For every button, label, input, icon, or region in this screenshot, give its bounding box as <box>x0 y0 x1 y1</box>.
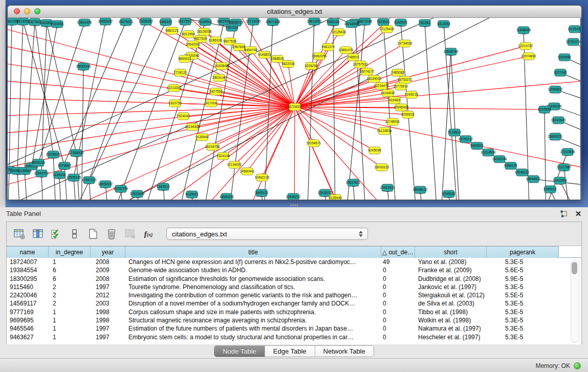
graph-node[interactable]: 10055287 <box>139 18 154 25</box>
function-builder-icon[interactable]: f(x) <box>141 226 156 242</box>
graph-node[interactable]: 8313054 <box>437 20 450 28</box>
table-scrollbar-thumb[interactable] <box>572 262 577 274</box>
graph-node[interactable]: 6466161 <box>159 18 172 26</box>
table-row[interactable]: 946362711997Embryonic stem cells: a mode… <box>7 333 581 341</box>
graph-node[interactable]: 15775910 <box>394 83 408 90</box>
graph-node[interactable]: 8813054 <box>16 18 30 25</box>
graph-node[interactable]: 2718120 <box>173 69 187 76</box>
graph-node[interactable]: 10543392 <box>186 41 201 48</box>
graph-node[interactable]: 10314504 <box>481 149 496 156</box>
graph-node[interactable]: 16074277 <box>360 68 375 75</box>
graph-node[interactable]: 11548908 <box>516 27 531 34</box>
graph-node[interactable]: 9245215 <box>405 91 418 98</box>
graph-node[interactable]: 10653287 <box>98 18 113 25</box>
graph-node[interactable]: 8912954 <box>182 31 195 38</box>
graph-node[interactable]: 15373021 <box>178 18 193 25</box>
graph-node[interactable]: 9245032 <box>442 190 455 198</box>
graph-node[interactable]: 16962056 <box>312 53 327 60</box>
graph-node[interactable]: 9245090 <box>368 147 381 154</box>
graph-node[interactable]: 10719155 <box>246 18 261 25</box>
graph-node[interactable]: 417008 <box>206 100 217 107</box>
column-header-short[interactable]: short <box>415 246 487 258</box>
graph-node[interactable]: 16648784 <box>444 48 459 55</box>
graph-node[interactable]: 12403404 <box>553 177 568 184</box>
graph-node[interactable]: 9135021 <box>185 191 199 198</box>
graph-node[interactable]: 15276021 <box>119 18 134 26</box>
graph-node[interactable]: 12942757 <box>34 170 49 177</box>
graph-node[interactable]: 18164910 <box>367 75 382 82</box>
graph-node[interactable]: 16673188 <box>358 18 373 25</box>
window-titlebar[interactable]: citations_edges.txt <box>8 6 581 18</box>
graph-node[interactable]: 12093832 <box>548 86 563 93</box>
graph-node[interactable]: 12748091 <box>385 118 400 125</box>
graph-node[interactable]: 20206576 <box>46 151 61 158</box>
column-header-pagerank[interactable]: pagerank <box>487 246 559 258</box>
graph-node[interactable]: 17957223 <box>82 177 97 184</box>
graph-node[interactable]: 16537821 <box>346 179 361 186</box>
graph-node[interactable]: 9961379 <box>321 43 335 51</box>
table-row[interactable]: 1872400712008Changes of HCN gene express… <box>7 258 581 266</box>
graph-node[interactable]: 19734093 <box>398 40 412 47</box>
graph-node[interactable]: 8215958 <box>538 106 551 113</box>
graph-node[interactable]: 9845122 <box>255 189 268 196</box>
memory-status-icon[interactable] <box>574 362 581 369</box>
table-row[interactable]: 2242004622012Investigating the contribut… <box>7 291 581 299</box>
graph-node[interactable]: 9135444 <box>195 134 209 141</box>
graph-node[interactable]: 7957224 <box>225 24 238 31</box>
table-selector[interactable]: citations_edges.txt <box>166 228 368 240</box>
column-header-name[interactable]: name <box>7 246 49 258</box>
graph-node[interactable]: 9329966 <box>558 54 571 61</box>
graph-node[interactable]: 10945212 <box>286 193 301 200</box>
graph-node[interactable]: 16092244 <box>492 156 507 163</box>
graph-node[interactable]: 19612053 <box>307 18 322 25</box>
graph-node[interactable]: 12125439 <box>380 26 395 33</box>
table-row[interactable]: 1938455462009Genome-wide association stu… <box>7 266 581 274</box>
graph-node[interactable]: 11099541 <box>198 18 213 26</box>
graph-node[interactable]: 12217987 <box>557 164 572 171</box>
graph-node[interactable]: 1145194 <box>53 171 66 179</box>
graph-node[interactable]: 15693231 <box>548 133 563 140</box>
table-row[interactable]: 977716911998Corpus callosum shape and si… <box>7 308 581 316</box>
table-row[interactable]: 946554611997Estimation of the future num… <box>7 324 581 333</box>
graph-node[interactable]: 19218596 <box>344 20 359 28</box>
table-row[interactable]: 1456911722003Disruption of a novel membe… <box>7 299 581 308</box>
graph-node[interactable]: 915469 <box>389 97 400 104</box>
graph-node[interactable]: 18724007 <box>288 103 302 111</box>
new-column-icon[interactable] <box>85 226 101 242</box>
graph-node[interactable]: 18094522 <box>526 176 541 183</box>
graph-node[interactable]: 16124816 <box>377 127 392 135</box>
table-row[interactable]: 969969511998Structural magnetic resonanc… <box>7 316 581 324</box>
graph-node[interactable]: 1810755 <box>168 100 182 107</box>
select-columns-icon[interactable] <box>49 226 64 242</box>
graph-node[interactable]: 12216470 <box>374 82 389 90</box>
graph-node[interactable]: 2803144 <box>212 74 226 81</box>
graph-node[interactable]: 17359924 <box>69 149 84 157</box>
graph-node[interactable]: 12923448 <box>130 190 145 198</box>
graph-node[interactable]: 2967608 <box>232 43 246 51</box>
graph-node[interactable]: 9245012 <box>543 186 557 193</box>
graph-node[interactable]: 14560441 <box>240 168 255 175</box>
graph-node[interactable]: 16093123 <box>375 164 389 171</box>
graph-node[interactable]: 16194309 <box>185 123 200 130</box>
graph-node[interactable]: 9860123 <box>165 27 179 34</box>
graph-node[interactable]: 8165529 <box>394 19 407 26</box>
graph-node[interactable]: 15751074 <box>566 38 580 46</box>
graph-node[interactable]: 16793112 <box>459 136 473 143</box>
graph-node[interactable]: 25053346 <box>76 63 91 70</box>
graph-node[interactable]: 1527602 <box>28 18 41 26</box>
table-mode-icon[interactable] <box>12 226 27 242</box>
table-row[interactable]: 911546021997Tourette syndrome. Phenomeno… <box>7 283 581 291</box>
graph-node[interactable]: 3226208 <box>304 62 318 70</box>
graph-node[interactable]: 10046212 <box>515 169 530 176</box>
column-header-year[interactable]: year <box>91 246 125 258</box>
graph-node[interactable]: 9822034 <box>281 60 295 68</box>
close-panel-icon[interactable]: ✕ <box>574 209 583 218</box>
graph-node[interactable]: 1588520 <box>271 55 284 62</box>
graph-node[interactable]: 10462133 <box>255 174 270 181</box>
graph-node[interactable]: 16104758 <box>205 143 220 150</box>
graph-node[interactable]: 12134091 <box>227 161 242 168</box>
graph-node[interactable]: 12125430 <box>332 29 346 36</box>
graph-node[interactable]: 16958167 <box>98 181 113 188</box>
graph-node[interactable]: 7524108 <box>216 152 230 160</box>
graph-node[interactable]: 8186328 <box>209 37 222 44</box>
